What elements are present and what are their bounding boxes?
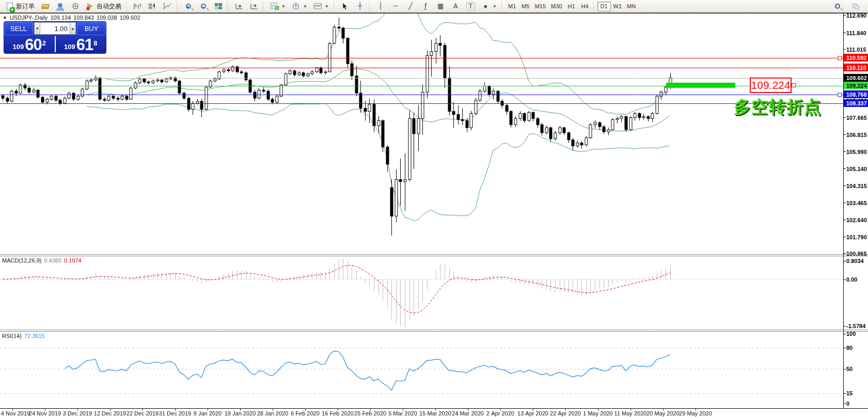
- collapse-arrow-icon[interactable]: ▲: [3, 14, 7, 21]
- fibonacci-icon: ƒ: [421, 2, 430, 10]
- sell-button[interactable]: SELL: [4, 22, 33, 35]
- symbol-name: USDJPY-,Daily: [10, 14, 48, 21]
- arrows-icon: ◆: [481, 2, 490, 10]
- search-button[interactable]: [830, 1, 845, 12]
- buy-price[interactable]: 109618: [56, 35, 106, 53]
- text-label-icon: T: [466, 2, 475, 10]
- toolbar-separator: [177, 2, 179, 11]
- toolbar-separator: [334, 2, 336, 11]
- zoom-in-button[interactable]: +: [181, 1, 196, 12]
- auto-trading-icon: [86, 2, 94, 10]
- rsi-label: RSI(14)72.3615: [2, 333, 45, 339]
- chat-button[interactable]: [848, 1, 863, 12]
- volume-input[interactable]: [40, 22, 70, 35]
- zoom-out-button[interactable]: −: [196, 1, 211, 12]
- tab-w1[interactable]: W1: [611, 2, 625, 11]
- bar-chart-button[interactable]: [130, 1, 145, 12]
- vertical-line-tool[interactable]: │: [373, 1, 388, 12]
- main-toolbar: 新订单 自动交易 + − ▼ ▼ ▼ ┼ │ ─ ╱ ƒ ▦ A T ◆▼ M1…: [0, 0, 868, 13]
- toolbar-separator: [593, 2, 596, 11]
- auto-scroll-icon: [234, 2, 243, 10]
- toolbar-separator: [501, 2, 504, 11]
- chinese-annotation[interactable]: 多空转折点: [734, 96, 822, 119]
- new-order-button[interactable]: 新订单: [2, 1, 38, 12]
- price-callout-box[interactable]: 109.224: [750, 78, 792, 93]
- sell-price[interactable]: 109602: [4, 35, 55, 53]
- cursor-tool-button[interactable]: [338, 1, 353, 12]
- chart-canvas[interactable]: [0, 13, 868, 417]
- auto-trading-button[interactable]: 自动交易: [83, 1, 124, 12]
- trendline-tool[interactable]: ╱: [403, 1, 418, 12]
- toolbar-separator: [126, 2, 129, 11]
- text-tool[interactable]: A: [448, 1, 463, 12]
- caret-down-icon: ▼: [281, 4, 286, 9]
- new-order-icon: [5, 2, 14, 10]
- grid-tool[interactable]: ▦: [433, 1, 448, 12]
- profile-button[interactable]: [53, 1, 68, 12]
- tab-h1[interactable]: H1: [565, 2, 578, 11]
- tile-windows-button[interactable]: [211, 1, 226, 12]
- templates-dropdown[interactable]: ▼: [310, 1, 332, 12]
- ohlc-open: 109.134: [50, 14, 71, 21]
- profile-icon: [56, 2, 65, 10]
- buy-button[interactable]: BUY: [77, 22, 106, 35]
- grid-icon: ▦: [436, 2, 445, 10]
- signal-icon: [71, 2, 80, 10]
- zoom-in-icon: +: [184, 2, 193, 10]
- indicators-dropdown[interactable]: ▼: [267, 1, 289, 12]
- line-chart-icon: [163, 2, 172, 10]
- toolbar-separator: [227, 2, 230, 11]
- candlestick-chart-button[interactable]: [145, 1, 160, 12]
- crosshair-tool-button[interactable]: ┼: [353, 1, 368, 12]
- cursor-icon: [341, 2, 350, 10]
- tab-mn[interactable]: MN: [624, 2, 638, 11]
- chart-shift-icon: [249, 2, 258, 10]
- macd-label: MACD(12,26,9)0.43800.1974: [2, 257, 82, 264]
- auto-scroll-button[interactable]: [231, 1, 246, 12]
- one-click-trading-panel: SELL ▼ ▲ BUY 109602 109618: [4, 22, 106, 53]
- fibonacci-tool[interactable]: ƒ: [418, 1, 433, 12]
- text-icon: A: [451, 2, 460, 10]
- tab-m1[interactable]: M1: [506, 2, 519, 11]
- tab-m5[interactable]: M5: [519, 2, 532, 11]
- volume-increase-button[interactable]: ▲: [70, 22, 76, 35]
- indicators-icon: [270, 2, 279, 10]
- volume-decrease-button[interactable]: ▼: [34, 22, 40, 35]
- chart-window: ▲ USDJPY-,Daily 109.134 109.843 109.038 …: [0, 13, 868, 417]
- search-icon: [833, 2, 842, 10]
- text-label-tool[interactable]: T: [463, 1, 478, 12]
- tab-m30[interactable]: M30: [548, 2, 564, 11]
- caret-down-icon: ▼: [493, 4, 497, 9]
- deposit-button[interactable]: [38, 1, 53, 12]
- tab-m15[interactable]: M15: [532, 2, 548, 11]
- trendline-icon: ╱: [406, 2, 415, 10]
- caret-down-icon: ▼: [325, 4, 329, 9]
- clock-icon: [292, 2, 301, 10]
- signal-button[interactable]: [68, 1, 83, 12]
- horizontal-line-icon: ─: [391, 2, 400, 10]
- tile-windows-icon: [214, 2, 223, 10]
- ohlc-low: 109.038: [97, 14, 117, 21]
- horizontal-line-tool[interactable]: ─: [388, 1, 403, 12]
- symbol-title: ▲ USDJPY-,Daily 109.134 109.843 109.038 …: [3, 14, 140, 21]
- periods-dropdown[interactable]: ▼: [289, 1, 310, 12]
- toolbar-separator: [263, 2, 265, 11]
- toolbar-separator: [369, 2, 372, 11]
- chat-icon: [851, 2, 860, 10]
- crosshair-icon: ┼: [356, 2, 365, 10]
- arrows-dropdown[interactable]: ◆▼: [478, 1, 500, 12]
- ohlc-close: 109.602: [120, 14, 140, 21]
- tab-h4[interactable]: H4: [578, 2, 592, 11]
- chart-shift-button[interactable]: [246, 1, 261, 12]
- template-icon: [313, 2, 322, 10]
- vertical-line-icon: │: [376, 2, 385, 10]
- highlight-level-bar[interactable]: [666, 83, 735, 88]
- ingot-icon: [41, 2, 50, 10]
- caret-down-icon: ▼: [303, 4, 307, 9]
- line-chart-button[interactable]: [160, 1, 175, 12]
- volume-stepper: ▼ ▲: [34, 22, 76, 35]
- candlestick-chart-icon: [148, 2, 157, 10]
- bar-chart-icon: [133, 2, 142, 10]
- ohlc-high: 109.843: [73, 14, 94, 21]
- tab-d1[interactable]: D1: [597, 2, 611, 11]
